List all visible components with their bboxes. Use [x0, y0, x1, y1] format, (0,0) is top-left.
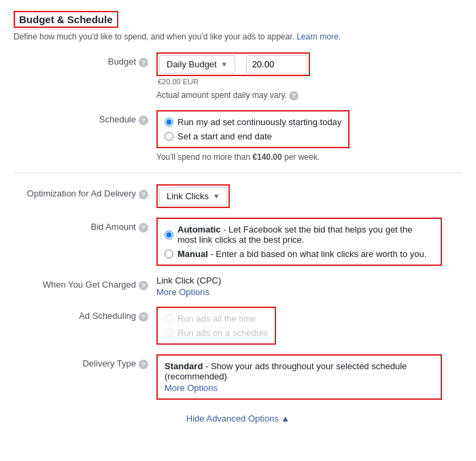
bid-automatic-text: Automatic - Let Facebook set the bid tha… [177, 224, 434, 245]
schedule-label: Schedule ? [14, 110, 156, 125]
schedule-option-continuous[interactable]: Run my ad set continuously starting toda… [165, 117, 341, 127]
charged-more-options-link[interactable]: More Options [156, 287, 462, 297]
bid-amount-label: Bid Amount ? [14, 218, 156, 233]
bid-amount-info-icon[interactable]: ? [139, 223, 148, 233]
charged-label: When You Get Charged ? [14, 275, 156, 290]
budget-info-icon[interactable]: ? [139, 58, 148, 67]
bid-amount-options: Automatic - Let Facebook set the bid tha… [156, 218, 442, 266]
bid-manual-option[interactable]: Manual - Enter a bid based on what link … [165, 249, 434, 259]
delivery-type-row: Delivery Type ? Standard - Show your ads… [14, 354, 462, 400]
schedule-content: Run my ad set continuously starting toda… [156, 110, 462, 162]
ad-scheduling-row: Ad Scheduling ? Run ads all the time Run… [14, 307, 462, 345]
vary-note: Actual amount spent daily may vary. ? [156, 90, 462, 101]
bid-amount-row: Bid Amount ? Automatic - Let Facebook se… [14, 218, 462, 266]
delivery-type-text: Standard - Show your ads throughout your… [165, 361, 434, 381]
budget-dropdown-button[interactable]: Daily Budget ▼ [159, 55, 235, 73]
schedule-info-icon[interactable]: ? [139, 116, 148, 125]
delivery-type-content: Standard - Show your ads throughout your… [156, 354, 462, 400]
optimization-content: Link Clicks ▼ [156, 184, 462, 208]
charged-info-icon[interactable]: ? [139, 281, 148, 290]
budget-amount-input[interactable] [246, 55, 307, 73]
schedule-radio-group: Run my ad set continuously starting toda… [156, 110, 350, 148]
budget-content: Daily Budget ▼ €20.00 EUR Actual amount … [156, 52, 462, 101]
delivery-type-label: Delivery Type ? [14, 354, 156, 369]
ad-scheduling-options: Run ads all the time Run ads on a schedu… [156, 307, 276, 345]
optimization-dropdown-button[interactable]: Link Clicks ▼ [159, 187, 227, 205]
optimization-row: Optimization for Ad Delivery ? Link Clic… [14, 184, 462, 208]
schedule-radio-continuous[interactable] [165, 118, 173, 126]
ad-scheduling-schedule: Run ads on a schedule [165, 328, 268, 338]
charged-row: When You Get Charged ? Link Click (CPC) … [14, 275, 462, 297]
bid-automatic-option[interactable]: Automatic - Let Facebook set the bid tha… [165, 224, 434, 245]
budget-eur-note: €20.00 EUR [158, 78, 462, 86]
ad-scheduling-schedule-radio [165, 328, 173, 337]
optimization-label: Optimization for Ad Delivery ? [14, 184, 156, 199]
ad-scheduling-always: Run ads all the time [165, 313, 268, 324]
delivery-type-box: Standard - Show your ads throughout your… [156, 354, 442, 400]
delivery-type-info-icon[interactable]: ? [139, 360, 148, 369]
hide-advanced-options-link[interactable]: Hide Advanced Options ▲ [14, 413, 462, 424]
charged-content: Link Click (CPC) More Options [156, 275, 462, 297]
learn-more-link[interactable]: Learn more. [296, 32, 341, 41]
optimization-dropdown-wrapper: Link Clicks ▼ [156, 184, 230, 208]
schedule-radio-dates[interactable] [165, 132, 173, 141]
schedule-row: Schedule ? Run my ad set continuously st… [14, 110, 462, 162]
optimization-info-icon[interactable]: ? [139, 190, 148, 199]
vary-info-icon[interactable]: ? [289, 91, 299, 101]
section-desc: Define how much you'd like to spend, and… [14, 32, 462, 41]
weekly-note: You'll spend no more than €140.00 per we… [156, 152, 462, 162]
ad-scheduling-always-radio [165, 314, 173, 323]
bid-amount-content: Automatic - Let Facebook set the bid tha… [156, 218, 462, 266]
ad-scheduling-content: Run ads all the time Run ads on a schedu… [156, 307, 462, 345]
ad-scheduling-info-icon[interactable]: ? [139, 312, 148, 322]
bid-manual-radio[interactable] [165, 250, 173, 258]
bid-manual-text: Manual - Enter a bid based on what link … [177, 249, 426, 259]
budget-label: Budget ? [14, 52, 156, 67]
divider [14, 173, 462, 173]
delivery-more-options-link[interactable]: More Options [165, 383, 434, 393]
optimization-dropdown-arrow: ▼ [213, 192, 220, 200]
schedule-option-dates[interactable]: Set a start and end date [165, 131, 341, 141]
budget-dropdown-arrow: ▼ [221, 61, 228, 68]
budget-row: Budget ? Daily Budget ▼ €20.00 EUR Actua… [14, 52, 462, 101]
charged-value: Link Click (CPC) [156, 275, 462, 286]
ad-scheduling-label: Ad Scheduling ? [14, 307, 156, 322]
bid-automatic-radio[interactable] [165, 230, 173, 239]
section-title: Budget & Schedule [14, 11, 118, 28]
budget-input-group: Daily Budget ▼ [156, 52, 310, 76]
